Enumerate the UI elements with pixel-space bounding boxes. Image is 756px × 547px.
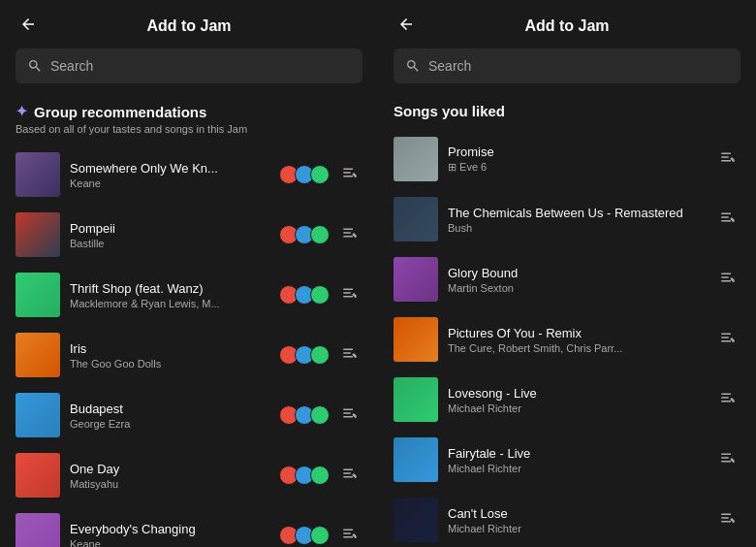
song-artist: Michael Richter — [448, 523, 706, 534]
album-art — [394, 197, 438, 241]
avatar-group — [279, 526, 330, 545]
right-panel: Add to Jam Songs you liked Promise⊞ Eve … — [378, 0, 756, 547]
add-song-button[interactable] — [715, 267, 740, 292]
list-item[interactable]: Everybody's ChangingKeane — [0, 505, 378, 547]
add-song-button[interactable] — [715, 447, 740, 472]
song-title: Pompeii — [70, 221, 269, 236]
album-art — [394, 137, 438, 181]
add-song-button[interactable] — [715, 146, 740, 172]
list-item[interactable]: Fairytale - LiveMichael Richter — [378, 430, 756, 490]
right-songs-list: Promise⊞ Eve 6The Chemicals Between Us -… — [378, 123, 756, 547]
avatar — [310, 225, 330, 244]
album-art — [16, 393, 60, 437]
song-title: One Day — [70, 462, 269, 476]
left-section-label: ✦ Group recommendations Based on all of … — [0, 95, 378, 139]
album-art — [394, 437, 438, 482]
song-artist: Matisyahu — [70, 478, 269, 490]
list-item[interactable]: Promise⊞ Eve 6 — [378, 129, 756, 189]
left-header: Add to Jam — [0, 0, 378, 48]
song-title: Promise — [448, 145, 706, 159]
song-title: Iris — [70, 341, 269, 356]
left-section-subtitle: Based on all of your tastes and songs in… — [16, 123, 362, 135]
right-title: Add to Jam — [524, 17, 609, 35]
album-art — [394, 317, 438, 362]
list-item[interactable]: BudapestGeorge Ezra — [0, 385, 378, 445]
right-search-input[interactable] — [428, 58, 729, 74]
song-title: Pictures Of You - Remix — [448, 326, 706, 340]
avatar-group — [279, 345, 330, 365]
song-title: Thrift Shop (feat. Wanz) — [70, 281, 269, 296]
avatar — [310, 466, 330, 485]
avatar — [310, 526, 330, 545]
list-item[interactable]: Somewhere Only We Kn...Keane — [0, 145, 378, 205]
left-panel: Add to Jam ✦ Group recommendations Based… — [0, 0, 378, 547]
song-artist: Michael Richter — [448, 463, 706, 474]
song-title: Lovesong - Live — [448, 386, 706, 401]
song-title: Everybody's Changing — [70, 522, 269, 536]
add-song-button[interactable] — [337, 463, 362, 488]
right-search-bar[interactable] — [394, 48, 740, 83]
avatar-group — [279, 405, 330, 425]
list-item[interactable]: One DayMatisyahu — [0, 445, 378, 505]
add-song-button[interactable] — [715, 327, 740, 352]
album-art — [394, 498, 438, 542]
avatar-group — [279, 285, 330, 305]
add-song-button[interactable] — [715, 207, 740, 232]
add-song-button[interactable] — [337, 342, 362, 368]
album-art — [16, 212, 60, 257]
left-section-title: ✦ Group recommendations — [16, 103, 362, 120]
sparkle-icon: ✦ — [16, 103, 28, 120]
right-section-title: Songs you liked — [394, 103, 740, 119]
list-item[interactable]: PompeiiBastille — [0, 205, 378, 265]
add-song-button[interactable] — [715, 507, 740, 532]
right-search-icon — [405, 58, 421, 74]
album-art — [16, 273, 60, 317]
song-title: Fairytale - Live — [448, 446, 706, 461]
right-section-label: Songs you liked — [378, 95, 756, 123]
avatar-group — [279, 466, 330, 485]
left-songs-list: Somewhere Only We Kn...KeanePompeiiBasti… — [0, 139, 378, 547]
album-art — [16, 152, 60, 197]
add-song-button[interactable] — [337, 523, 362, 547]
album-art — [394, 377, 438, 422]
song-artist: Martin Sexton — [448, 282, 706, 294]
album-art — [16, 513, 60, 547]
list-item[interactable]: IrisThe Goo Goo Dolls — [0, 325, 378, 385]
left-search-bar[interactable] — [16, 48, 362, 83]
left-search-input[interactable] — [50, 58, 351, 74]
song-artist: Bush — [448, 222, 706, 234]
song-title: Budapest — [70, 402, 269, 416]
list-item[interactable]: Glory BoundMartin Sexton — [378, 249, 756, 309]
list-item[interactable]: Lovesong - LiveMichael Richter — [378, 370, 756, 430]
song-artist: George Ezra — [70, 418, 269, 430]
add-song-button[interactable] — [715, 387, 740, 412]
add-song-button[interactable] — [337, 402, 362, 428]
list-item[interactable]: Thrift Shop (feat. Wanz)Macklemore & Rya… — [0, 265, 378, 325]
left-title: Add to Jam — [146, 17, 231, 35]
right-header: Add to Jam — [378, 0, 756, 48]
avatar-group — [279, 165, 330, 184]
left-search-icon — [27, 58, 43, 74]
add-song-button[interactable] — [337, 162, 362, 187]
song-title: Somewhere Only We Kn... — [70, 161, 269, 176]
add-song-button[interactable] — [337, 222, 362, 247]
song-artist: Michael Richter — [448, 402, 706, 414]
avatar — [310, 405, 330, 425]
add-song-button[interactable] — [337, 282, 362, 307]
album-art — [16, 453, 60, 498]
left-back-button[interactable] — [16, 12, 41, 42]
list-item[interactable]: The Chemicals Between Us - RemasteredBus… — [378, 189, 756, 249]
song-title: Glory Bound — [448, 266, 706, 280]
song-artist: Macklemore & Ryan Lewis, M... — [70, 298, 269, 309]
list-item[interactable]: Pictures Of You - RemixThe Cure, Robert … — [378, 309, 756, 370]
song-artist: The Cure, Robert Smith, Chris Parr... — [448, 342, 706, 354]
right-back-button[interactable] — [394, 12, 419, 42]
album-art — [16, 333, 60, 377]
song-artist: Bastille — [70, 238, 269, 249]
song-artist: Keane — [70, 538, 269, 548]
avatar — [310, 285, 330, 305]
album-art — [394, 257, 438, 302]
list-item[interactable]: Can't LoseMichael Richter — [378, 490, 756, 547]
avatar — [310, 345, 330, 365]
song-artist: ⊞ Eve 6 — [448, 161, 706, 174]
